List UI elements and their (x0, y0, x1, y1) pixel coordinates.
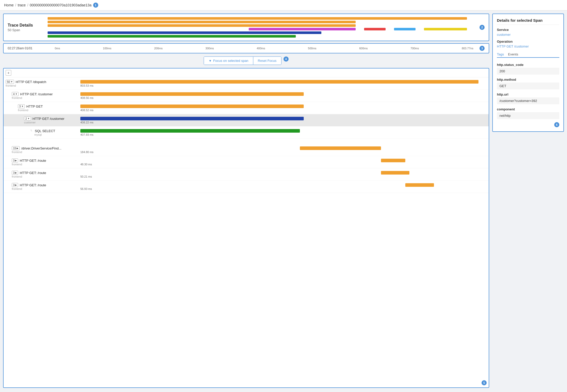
span-left: 15 ▶ /driver.DriverService/Find... front… (6, 146, 77, 154)
span-count-badge[interactable]: 3 ▶ (12, 171, 18, 175)
span-bar-fill (80, 105, 304, 108)
span-label-row: 50 ▼ HTTP GET /dispatch (6, 80, 46, 84)
span-bar-fill (405, 183, 434, 187)
span-duration: 184.80 ms (80, 151, 487, 154)
span-name: HTTP GET: /route (20, 171, 46, 175)
tag-label: component (497, 107, 559, 111)
trace-bar-row-4 (48, 28, 475, 30)
span-service: frontend (12, 151, 22, 154)
span-left: 3 ▶ HTTP GET: /route frontend (6, 158, 77, 166)
trace-bar-purple (249, 28, 356, 30)
expand-all-button[interactable]: + (6, 70, 11, 76)
focus-on-selected-span-button[interactable]: ▼ Focus on selected span (204, 57, 253, 65)
span-arrow-down: ▼ (15, 93, 17, 95)
span-left: 3 ▶ HTTP GET: /route frontend (6, 171, 77, 178)
span-count: 3 (19, 105, 21, 108)
span-count: 2 (25, 117, 27, 120)
reset-focus-button[interactable]: Reset Focus (253, 57, 281, 65)
span-label-row: 4 ▼ HTTP GET: /customer (12, 92, 53, 96)
span-row[interactable]: 3 ▶ HTTP GET: /route frontend 48.30 ms (4, 156, 489, 168)
span-service: customer (24, 121, 36, 124)
span-bar-area: 184.80 ms (77, 146, 487, 154)
span-count-badge[interactable]: 50 ▼ (6, 80, 14, 84)
span-count-badge[interactable]: 3 ▶ (12, 158, 18, 163)
span-bar-area: 408.56 ms (77, 92, 487, 99)
spans-corner-badge-wrapper: 5 (482, 380, 487, 385)
trace-details-heading: Trace Details (8, 23, 43, 28)
span-label-row: └ SQL SELECT (30, 129, 55, 133)
breadcrumb-sep1: / (15, 3, 16, 7)
span-count-badge[interactable]: 15 ▶ (12, 146, 20, 150)
tab-events[interactable]: Events (508, 51, 518, 57)
span-label-row: 2 ▼ HTTP GET /customer (24, 117, 64, 121)
span-left: 4 ▼ HTTP GET: /customer frontend (6, 92, 77, 99)
span-duration: 408.52 ms (80, 109, 487, 112)
tick-end: 803.77ns (462, 47, 473, 50)
trace-details-span-count: 50 Span (8, 28, 43, 32)
span-bar-track (80, 117, 487, 120)
tag-http-status-code: http.status_code 200 (497, 63, 559, 75)
span-bar-track (80, 105, 487, 108)
trace-bar-blue (394, 28, 416, 30)
trace-bar (48, 17, 467, 20)
span-row-selected[interactable]: 2 ▼ HTTP GET /customer customer 408.22 m… (4, 114, 489, 126)
right-panel-tabs: Tags Events (497, 51, 559, 58)
span-count-badge[interactable]: 2 ▼ (24, 117, 31, 121)
span-service: frontend (12, 187, 22, 190)
span-bar-fill (80, 80, 478, 84)
span-bar-area: 803.53 ms (77, 80, 487, 87)
span-arrow-right: ▶ (15, 171, 17, 174)
breadcrumb-home[interactable]: Home (4, 3, 14, 7)
span-row[interactable]: 15 ▶ /driver.DriverService/Find... front… (4, 144, 489, 156)
tab-tags[interactable]: Tags (497, 51, 504, 58)
span-name: HTTP GET: /route (20, 183, 46, 187)
tick-600: 600ms (359, 47, 368, 50)
span-row[interactable]: 50 ▼ HTTP GET /dispatch frontend 803.53 … (4, 77, 489, 90)
trace-bar-red (364, 28, 386, 30)
span-arrow-down: ▼ (27, 117, 30, 120)
trace-bar (48, 35, 296, 38)
focus-badge: 4 (283, 56, 289, 62)
span-label-row: 15 ▶ /driver.DriverService/Find... (12, 146, 61, 150)
timeline-timestamp: 02:27:26am 01/01 (8, 47, 49, 50)
span-bar-area: 56.93 ms (77, 183, 487, 190)
span-arrow-down: ▼ (10, 80, 13, 83)
main-container: Trace Details 50 Span (0, 10, 567, 391)
span-count-badge[interactable]: 4 ▼ (12, 92, 19, 96)
span-label-row: 3 ▶ HTTP GET: /route (12, 171, 46, 175)
span-row[interactable]: └ SQL SELECT mysql 407.93 ms (4, 126, 489, 139)
reset-focus-label: Reset Focus (258, 59, 277, 63)
tag-value: GET (497, 83, 559, 89)
span-bar-track (80, 159, 487, 162)
span-name: HTTP GET /customer (32, 117, 64, 121)
button-group: ▼ Focus on selected span Reset Focus (204, 56, 281, 65)
tree-connector: └ (30, 129, 32, 132)
span-service: frontend (12, 163, 22, 166)
tag-value: net/http (497, 112, 559, 119)
span-bar-fill (80, 92, 304, 96)
span-duration: 803.53 ms (80, 84, 487, 87)
operation-section: Operation HTTP GET /customer (497, 40, 559, 48)
span-name: /driver.DriverService/Find... (21, 146, 61, 150)
tag-value: 200 (497, 68, 559, 75)
span-count-badge[interactable]: 3 ▼ (18, 104, 25, 108)
timeline-header: 02:27:26am 01/01 0ms 100ms 200ms 300ms 4… (3, 43, 489, 53)
trace-details-title: Trace Details 50 Span (8, 23, 43, 32)
span-left: 2 ▼ HTTP GET /customer customer (6, 117, 77, 124)
trace-details-box: Trace Details 50 Span (3, 14, 489, 41)
span-count: 4 (13, 93, 15, 96)
trace-bars-container (48, 17, 475, 38)
span-bar-track (80, 183, 487, 187)
breadcrumb-trace[interactable]: trace (18, 3, 26, 7)
span-row[interactable]: 3 ▼ HTTP GET frontend 408.52 ms (4, 102, 489, 114)
span-arrow-right: ▶ (17, 147, 18, 149)
span-bar-fill (80, 117, 304, 120)
span-count-badge[interactable]: 3 ▶ (12, 183, 18, 187)
span-row[interactable]: 3 ▶ HTTP GET: /route frontend 50.21 ms (4, 168, 489, 181)
span-row[interactable]: 4 ▼ HTTP GET: /customer frontend 408.56 … (4, 90, 489, 102)
span-left: 3 ▶ HTTP GET: /route frontend (6, 183, 77, 190)
span-bar-track (80, 129, 487, 133)
span-row[interactable]: 3 ▶ HTTP GET: /route frontend 56.93 ms (4, 181, 489, 193)
span-bar-area: 408.22 ms (77, 117, 487, 124)
span-left: 50 ▼ HTTP GET /dispatch frontend (6, 80, 77, 87)
